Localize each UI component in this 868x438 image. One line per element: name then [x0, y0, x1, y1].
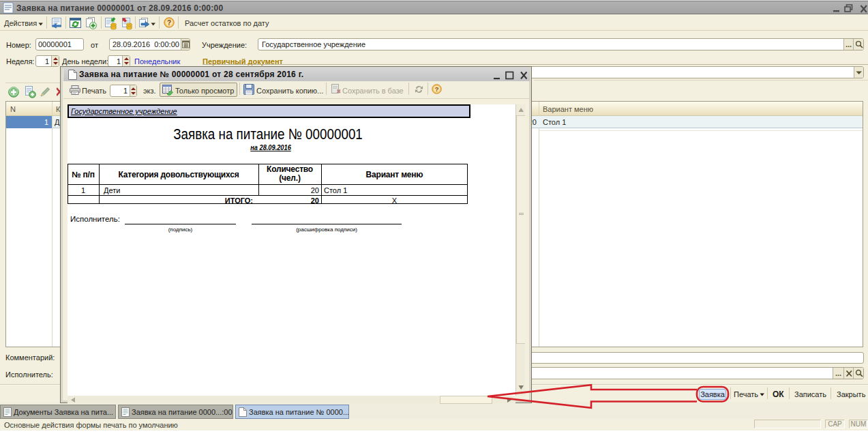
svg-text:?: ? [167, 19, 171, 27]
svg-text:?: ? [435, 86, 439, 93]
